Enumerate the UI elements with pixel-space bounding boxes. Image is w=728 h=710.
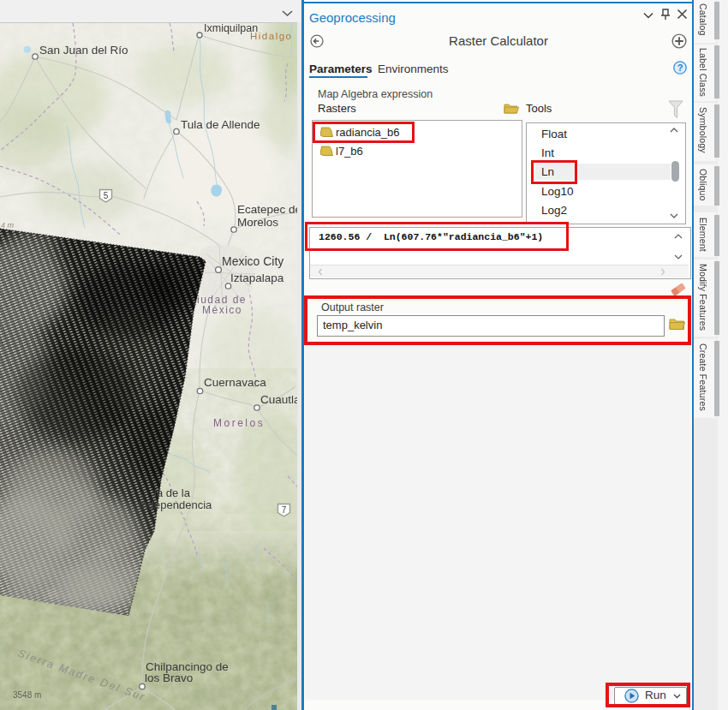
svg-text:los Bravo: los Bravo — [145, 671, 193, 684]
svg-text:Cuautla: Cuautla — [260, 393, 297, 406]
svg-text:Morelos: Morelos — [237, 216, 278, 229]
svg-text:7: 7 — [282, 505, 287, 515]
svg-text:Iztapalapa: Iztapalapa — [230, 271, 284, 284]
svg-text:Tula de Allende: Tula de Allende — [181, 118, 260, 131]
svg-text:Ecatepec de: Ecatepec de — [237, 203, 297, 216]
svg-text:4 m: 4 m — [1, 221, 15, 230]
svg-text:Cuernavaca: Cuernavaca — [204, 376, 266, 389]
svg-text:5: 5 — [104, 191, 109, 200]
svg-text:?: ? — [677, 63, 683, 73]
svg-text:Mexico City: Mexico City — [222, 254, 283, 268]
svg-text:San Juan del Río: San Juan del Río — [39, 44, 128, 57]
svg-text:Morelos: Morelos — [213, 417, 265, 429]
svg-text:Hidalgo: Hidalgo — [250, 31, 293, 41]
svg-text:Independencia: Independencia — [139, 498, 212, 511]
svg-text:3548 m: 3548 m — [13, 690, 41, 700]
svg-text:México: México — [202, 304, 242, 316]
svg-text:la de la: la de la — [154, 486, 191, 499]
